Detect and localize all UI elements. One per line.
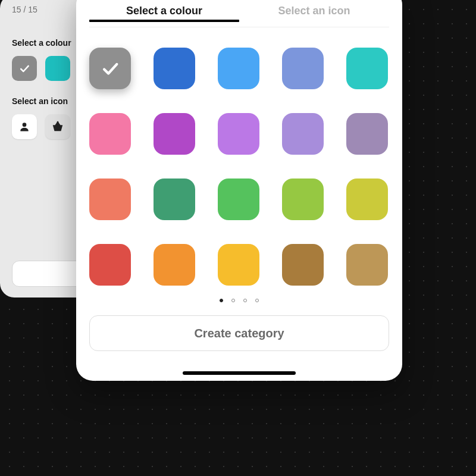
tab-colour[interactable]: Select a colour	[89, 0, 239, 27]
tab-underline	[89, 20, 239, 22]
colour-grid	[89, 48, 389, 286]
colour-swatch-19[interactable]	[346, 244, 388, 286]
colour-swatch-17[interactable]	[218, 244, 259, 286]
dotted-canvas: 15 / 15 Select a colour Select an icon S…	[0, 0, 476, 476]
home-indicator	[183, 371, 296, 375]
page-dot-0[interactable]	[220, 299, 223, 302]
colour-swatch-12[interactable]	[218, 178, 259, 220]
colour-swatch-7[interactable]	[218, 113, 259, 155]
check-icon	[100, 58, 120, 79]
colour-swatch-13[interactable]	[282, 178, 324, 220]
colour-swatch-14[interactable]	[346, 178, 388, 220]
colour-swatch-9[interactable]	[346, 113, 388, 155]
svg-rect-1	[57, 121, 59, 124]
back-swatch[interactable]	[45, 56, 70, 81]
colour-swatch-5[interactable]	[89, 113, 131, 155]
basket-icon-box[interactable]	[45, 114, 70, 139]
colour-swatch-11[interactable]	[154, 178, 195, 220]
colour-swatch-16[interactable]	[154, 244, 195, 286]
colour-swatch-0[interactable]	[89, 48, 131, 89]
person-icon	[18, 121, 30, 133]
pagination-dots	[89, 299, 389, 302]
tabs: Select a colour Select an icon	[89, 0, 389, 27]
colour-swatch-4[interactable]	[346, 48, 388, 89]
colour-swatch-1[interactable]	[154, 48, 195, 89]
svg-point-0	[23, 123, 27, 127]
back-swatch-selected[interactable]	[12, 56, 37, 81]
person-icon-box[interactable]	[12, 114, 37, 139]
colour-swatch-15[interactable]	[89, 244, 131, 286]
colour-swatch-8[interactable]	[282, 113, 324, 155]
front-card: Select a colour Select an icon Create ca…	[76, 0, 402, 381]
check-icon	[18, 62, 30, 74]
page-dot-2[interactable]	[243, 299, 247, 302]
page-dot-3[interactable]	[255, 299, 259, 302]
colour-swatch-10[interactable]	[89, 178, 131, 220]
tab-icon[interactable]: Select an icon	[239, 0, 389, 27]
colour-swatch-6[interactable]	[154, 113, 195, 155]
colour-swatch-3[interactable]	[282, 48, 324, 89]
colour-swatch-18[interactable]	[282, 244, 324, 286]
basket-icon	[51, 120, 64, 133]
colour-swatch-2[interactable]	[218, 48, 259, 89]
page-dot-1[interactable]	[231, 299, 235, 302]
create-category-button[interactable]: Create category	[89, 315, 389, 351]
